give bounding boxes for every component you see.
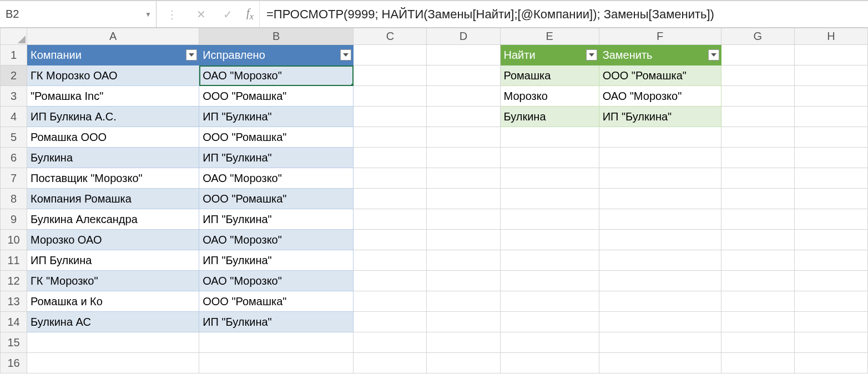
cell-H9[interactable] (794, 209, 867, 230)
cell-D7[interactable] (427, 168, 500, 189)
cell-B2[interactable]: ОАО "Морозко" (199, 65, 354, 86)
row-header-3[interactable]: 3 (1, 86, 27, 107)
cell-H8[interactable] (794, 189, 867, 209)
cell-C2[interactable] (354, 65, 427, 86)
cell-A4[interactable]: ИП Булкина А.С. (27, 107, 199, 127)
row-header-15[interactable]: 15 (1, 332, 27, 353)
cell-E3[interactable]: Морозко (500, 86, 599, 107)
cell-C8[interactable] (354, 189, 427, 209)
column-header-B[interactable]: B (199, 28, 354, 45)
cell-G15[interactable] (721, 332, 794, 353)
cell-C9[interactable] (354, 209, 427, 230)
row-header-16[interactable]: 16 (1, 353, 27, 373)
cell-H3[interactable] (794, 86, 867, 107)
cell-E16[interactable] (500, 353, 599, 373)
cell-C4[interactable] (354, 107, 427, 127)
cell-B1[interactable]: Исправлено (199, 45, 354, 65)
cell-G14[interactable] (721, 312, 794, 332)
cell-F9[interactable] (599, 209, 721, 230)
row-header-9[interactable]: 9 (1, 209, 27, 230)
cell-F2[interactable]: ООО "Ромашка" (599, 65, 721, 86)
cell-D4[interactable] (427, 107, 500, 127)
cell-B4[interactable]: ИП "Булкина" (199, 107, 354, 127)
cell-B6[interactable]: ИП "Булкина" (199, 148, 354, 168)
name-box[interactable]: B2 ▼ (0, 1, 157, 27)
cell-F12[interactable] (599, 271, 721, 291)
cell-E13[interactable] (500, 291, 599, 312)
column-header-D[interactable]: D (427, 28, 500, 45)
cell-G1[interactable] (721, 45, 794, 65)
filter-button[interactable] (708, 49, 719, 60)
cell-H2[interactable] (794, 65, 867, 86)
cell-C6[interactable] (354, 148, 427, 168)
cell-D3[interactable] (427, 86, 500, 107)
cell-E1[interactable]: Найти (500, 45, 599, 65)
row-header-6[interactable]: 6 (1, 148, 27, 168)
cell-D13[interactable] (427, 291, 500, 312)
filter-button[interactable] (186, 49, 197, 60)
formula-input[interactable]: =ПРОСМОТР(9999; НАЙТИ(Замены[Найти];[@Ко… (259, 1, 868, 27)
cell-C13[interactable] (354, 291, 427, 312)
row-header-11[interactable]: 11 (1, 250, 27, 271)
filter-button[interactable] (340, 49, 351, 60)
cell-G2[interactable] (721, 65, 794, 86)
cell-F10[interactable] (599, 230, 721, 250)
cell-E11[interactable] (500, 250, 599, 271)
cell-G3[interactable] (721, 86, 794, 107)
fx-icon[interactable]: fx (241, 7, 259, 22)
select-all-corner[interactable] (1, 28, 27, 45)
cell-E14[interactable] (500, 312, 599, 332)
cell-G13[interactable] (721, 291, 794, 312)
accept-formula-icon[interactable]: ✓ (214, 1, 241, 27)
cell-E12[interactable] (500, 271, 599, 291)
cell-A9[interactable]: Булкина Александра (27, 209, 199, 230)
row-header-5[interactable]: 5 (1, 127, 27, 148)
cell-E10[interactable] (500, 230, 599, 250)
cell-D5[interactable] (427, 127, 500, 148)
column-header-E[interactable]: E (500, 28, 599, 45)
cell-A3[interactable]: "Ромашка Inc" (27, 86, 199, 107)
column-header-H[interactable]: H (794, 28, 867, 45)
cell-B5[interactable]: ООО "Ромашка" (199, 127, 354, 148)
cell-E4[interactable]: Булкина (500, 107, 599, 127)
cell-C5[interactable] (354, 127, 427, 148)
cell-D10[interactable] (427, 230, 500, 250)
cell-H4[interactable] (794, 107, 867, 127)
cell-E8[interactable] (500, 189, 599, 209)
cell-D11[interactable] (427, 250, 500, 271)
cell-H14[interactable] (794, 312, 867, 332)
cell-C11[interactable] (354, 250, 427, 271)
cell-F13[interactable] (599, 291, 721, 312)
cell-G11[interactable] (721, 250, 794, 271)
row-header-12[interactable]: 12 (1, 271, 27, 291)
row-header-1[interactable]: 1 (1, 45, 27, 65)
cell-B15[interactable] (199, 332, 354, 353)
cell-B14[interactable]: ИП "Булкина" (199, 312, 354, 332)
cell-F7[interactable] (599, 168, 721, 189)
cell-C16[interactable] (354, 353, 427, 373)
cell-F1[interactable]: Заменить (599, 45, 721, 65)
cell-H10[interactable] (794, 230, 867, 250)
cell-E15[interactable] (500, 332, 599, 353)
column-header-G[interactable]: G (721, 28, 794, 45)
cell-C15[interactable] (354, 332, 427, 353)
cell-H12[interactable] (794, 271, 867, 291)
row-header-14[interactable]: 14 (1, 312, 27, 332)
cell-D14[interactable] (427, 312, 500, 332)
cell-A15[interactable] (27, 332, 199, 353)
cell-F14[interactable] (599, 312, 721, 332)
row-header-10[interactable]: 10 (1, 230, 27, 250)
cell-H13[interactable] (794, 291, 867, 312)
cell-F3[interactable]: ОАО "Морозко" (599, 86, 721, 107)
cell-C14[interactable] (354, 312, 427, 332)
cell-D6[interactable] (427, 148, 500, 168)
cell-B16[interactable] (199, 353, 354, 373)
cell-E9[interactable] (500, 209, 599, 230)
cell-H11[interactable] (794, 250, 867, 271)
cell-G10[interactable] (721, 230, 794, 250)
cell-F8[interactable] (599, 189, 721, 209)
cell-F16[interactable] (599, 353, 721, 373)
cell-A16[interactable] (27, 353, 199, 373)
cell-A6[interactable]: Булкина (27, 148, 199, 168)
cell-A7[interactable]: Поставщик "Морозко" (27, 168, 199, 189)
